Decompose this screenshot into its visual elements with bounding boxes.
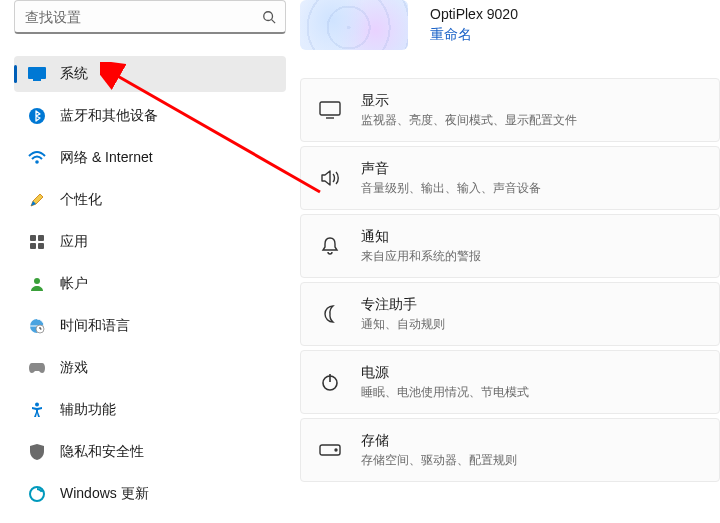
sidebar-item-update[interactable]: Windows 更新 xyxy=(14,476,286,512)
sidebar-item-label: 应用 xyxy=(60,233,88,251)
search-icon xyxy=(262,10,276,24)
device-thumbnail xyxy=(300,0,408,50)
sidebar-item-system[interactable]: 系统 xyxy=(14,56,286,92)
sound-icon xyxy=(319,167,341,189)
search-input[interactable] xyxy=(14,0,286,34)
person-icon xyxy=(28,275,46,293)
device-model: OptiPlex 9020 xyxy=(430,6,518,22)
sidebar-item-accessibility[interactable]: 辅助功能 xyxy=(14,392,286,428)
clock-globe-icon xyxy=(28,317,46,335)
card-title: 专注助手 xyxy=(361,296,445,314)
device-header: OptiPlex 9020 重命名 xyxy=(300,0,720,50)
system-icon xyxy=(28,65,46,83)
sidebar-item-label: 网络 & Internet xyxy=(60,149,153,167)
card-title: 声音 xyxy=(361,160,541,178)
storage-icon xyxy=(319,439,341,461)
card-sound[interactable]: 声音 音量级别、输出、输入、声音设备 xyxy=(300,146,720,210)
card-title: 存储 xyxy=(361,432,517,450)
accessibility-icon xyxy=(28,401,46,419)
card-sub: 监视器、亮度、夜间模式、显示配置文件 xyxy=(361,112,577,129)
card-power[interactable]: 电源 睡眠、电池使用情况、节电模式 xyxy=(300,350,720,414)
sidebar-item-gaming[interactable]: 游戏 xyxy=(14,350,286,386)
rename-link[interactable]: 重命名 xyxy=(430,26,518,44)
svg-rect-2 xyxy=(28,67,46,79)
card-display[interactable]: 显示 监视器、亮度、夜间模式、显示配置文件 xyxy=(300,78,720,142)
sidebar-item-label: 蓝牙和其他设备 xyxy=(60,107,158,125)
bell-icon xyxy=(319,235,341,257)
paintbrush-icon xyxy=(28,191,46,209)
display-icon xyxy=(319,99,341,121)
moon-icon xyxy=(319,303,341,325)
svg-point-5 xyxy=(35,160,39,164)
svg-rect-6 xyxy=(30,235,36,241)
bluetooth-icon xyxy=(28,107,46,125)
svg-point-0 xyxy=(264,12,273,21)
sidebar-item-network[interactable]: 网络 & Internet xyxy=(14,140,286,176)
wifi-icon xyxy=(28,149,46,167)
shield-icon xyxy=(28,443,46,461)
sidebar-item-label: 辅助功能 xyxy=(60,401,116,419)
svg-line-1 xyxy=(272,20,276,24)
svg-rect-7 xyxy=(38,235,44,241)
gamepad-icon xyxy=(28,359,46,377)
card-sub: 通知、自动规则 xyxy=(361,316,445,333)
sidebar-item-accounts[interactable]: 帐户 xyxy=(14,266,286,302)
sidebar-item-label: Windows 更新 xyxy=(60,485,149,503)
sidebar-item-label: 游戏 xyxy=(60,359,88,377)
card-sub: 来自应用和系统的警报 xyxy=(361,248,481,265)
card-storage[interactable]: 存储 存储空间、驱动器、配置规则 xyxy=(300,418,720,482)
card-focus[interactable]: 专注助手 通知、自动规则 xyxy=(300,282,720,346)
update-icon xyxy=(28,485,46,503)
card-title: 电源 xyxy=(361,364,529,382)
power-icon xyxy=(319,371,341,393)
sidebar-item-label: 隐私和安全性 xyxy=(60,443,144,461)
card-title: 显示 xyxy=(361,92,577,110)
sidebar-nav: 系统 蓝牙和其他设备 网络 & Internet 个性化 xyxy=(14,56,286,512)
sidebar-item-apps[interactable]: 应用 xyxy=(14,224,286,260)
svg-point-10 xyxy=(34,278,40,284)
sidebar-item-label: 个性化 xyxy=(60,191,102,209)
sidebar-item-privacy[interactable]: 隐私和安全性 xyxy=(14,434,286,470)
sidebar-item-personalize[interactable]: 个性化 xyxy=(14,182,286,218)
card-sub: 睡眠、电池使用情况、节电模式 xyxy=(361,384,529,401)
sidebar-item-bluetooth[interactable]: 蓝牙和其他设备 xyxy=(14,98,286,134)
sidebar-item-label: 帐户 xyxy=(60,275,88,293)
svg-point-13 xyxy=(35,403,39,407)
apps-icon xyxy=(28,233,46,251)
svg-point-20 xyxy=(335,449,337,451)
card-sub: 音量级别、输出、输入、声音设备 xyxy=(361,180,541,197)
settings-cards: 显示 监视器、亮度、夜间模式、显示配置文件 声音 音量级别、输出、输入、声音设备 xyxy=(300,78,720,482)
sidebar-item-label: 时间和语言 xyxy=(60,317,130,335)
svg-rect-8 xyxy=(30,243,36,249)
svg-rect-15 xyxy=(320,102,340,115)
card-title: 通知 xyxy=(361,228,481,246)
card-notifications[interactable]: 通知 来自应用和系统的警报 xyxy=(300,214,720,278)
card-sub: 存储空间、驱动器、配置规则 xyxy=(361,452,517,469)
sidebar-item-label: 系统 xyxy=(60,65,88,83)
sidebar-item-time[interactable]: 时间和语言 xyxy=(14,308,286,344)
svg-rect-3 xyxy=(33,79,41,81)
svg-rect-9 xyxy=(38,243,44,249)
